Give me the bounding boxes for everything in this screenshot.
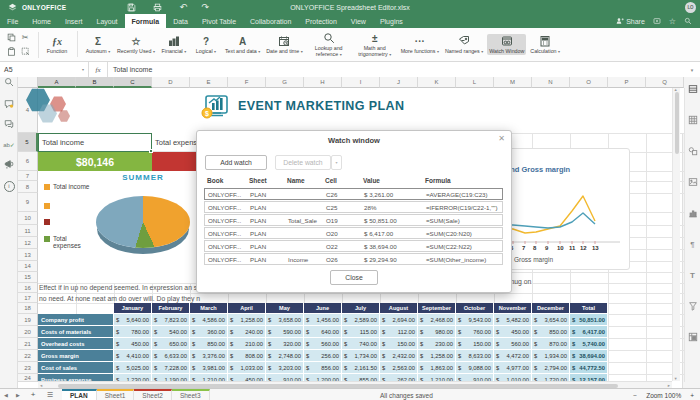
table-cell[interactable]: $360.00: [190, 326, 228, 338]
toolbar-named-ranges-button[interactable]: Named ranges ▾: [443, 34, 485, 56]
toolbar-calculation-button[interactable]: Calculation ▾: [528, 34, 562, 56]
table-cell[interactable]: $650.00: [152, 338, 190, 350]
table-cell[interactable]: $560.00: [304, 338, 342, 350]
zoom-out-button[interactable]: −: [633, 392, 637, 399]
table-cell[interactable]: $5,640.00: [114, 314, 152, 326]
delete-watch-button[interactable]: Delete watch: [275, 155, 331, 170]
table-cell[interactable]: $2,694.00: [380, 314, 418, 326]
toolbar-lookup-and-reference-button[interactable]: Lookup and reference ▾: [307, 31, 351, 59]
table-total-cell[interactable]: $38,694.00: [570, 350, 608, 362]
table-cell[interactable]: $450.00: [114, 338, 152, 350]
column-header-Q[interactable]: Q: [646, 77, 684, 88]
paragraph-settings-icon[interactable]: ¶: [687, 238, 699, 250]
watch-row[interactable]: ONLYOFF...PLANC26$ 3,261.00=AVERAGE(C19:…: [204, 188, 503, 200]
comments-icon[interactable]: [3, 98, 15, 110]
table-cell[interactable]: $640.00: [304, 326, 342, 338]
vscroll-thumb[interactable]: [675, 92, 679, 154]
toolbar-math-and-trigonometry-button[interactable]: ±Math and trigonometry ▾: [353, 31, 397, 59]
table-cell[interactable]: $210.00: [228, 338, 266, 350]
vscroll-down-icon[interactable]: ▾: [675, 377, 677, 382]
search-icon[interactable]: [3, 76, 15, 88]
row-header-23[interactable]: 23: [18, 362, 38, 374]
table-cell[interactable]: $850.00: [532, 326, 570, 338]
copy-button[interactable]: [4, 31, 18, 45]
menu-tab-data[interactable]: Data: [166, 14, 195, 28]
sheet-tab-sheet3[interactable]: Sheet3: [172, 389, 210, 400]
table-cell[interactable]: $4,472.00: [494, 350, 532, 362]
selected-cell-a5[interactable]: Total income: [38, 133, 152, 152]
close-button[interactable]: Close: [330, 270, 378, 285]
table-cell[interactable]: $2,794.00: [532, 362, 570, 374]
delete-watch-dropdown-icon[interactable]: ▾: [331, 155, 342, 170]
table-row-label[interactable]: Cost of sales: [38, 362, 114, 374]
paste-button[interactable]: [4, 45, 18, 59]
select-all-corner[interactable]: [18, 77, 38, 88]
undo-button[interactable]: ↶: [176, 2, 190, 13]
table-cell[interactable]: $4,410.00: [114, 350, 152, 362]
month-header-april[interactable]: April: [228, 303, 266, 314]
row-header-19[interactable]: 19: [18, 314, 38, 326]
row-header-20[interactable]: 20: [18, 326, 38, 338]
menu-tab-plugins[interactable]: Plugins: [373, 14, 410, 28]
menu-tab-protection[interactable]: Protection: [298, 14, 344, 28]
table-cell[interactable]: $1,258.00: [418, 350, 456, 362]
table-cell[interactable]: $150.00: [380, 338, 418, 350]
textart-settings-icon[interactable]: T: [687, 269, 699, 281]
table-cell[interactable]: $3,376.00: [190, 350, 228, 362]
column-header-J[interactable]: J: [380, 77, 418, 88]
shape-settings-icon[interactable]: [687, 145, 699, 157]
total-income-banner[interactable]: $80,146: [38, 152, 152, 171]
sheet-tab-plan[interactable]: PLAN: [62, 389, 97, 400]
watch-row[interactable]: ONLYOFF...PLANTotal_SaleO19$ 50,851.00=S…: [204, 214, 503, 226]
table-cell[interactable]: $3,658.00: [266, 314, 304, 326]
column-header-C[interactable]: C: [114, 77, 152, 88]
table-cell[interactable]: $9,543.00: [456, 314, 494, 326]
about-icon[interactable]: i: [3, 180, 15, 192]
cut-button[interactable]: ✂: [18, 31, 32, 45]
toolbar-text-and-data-button[interactable]: AText and data ▾: [223, 34, 262, 56]
column-header-I[interactable]: I: [342, 77, 380, 88]
user-avatar[interactable]: LO: [685, 2, 696, 13]
table-total-cell[interactable]: $44,772.50: [570, 362, 608, 374]
row-header-5[interactable]: 5: [18, 133, 38, 152]
cell-settings-icon[interactable]: [687, 83, 699, 95]
table-cell[interactable]: $760.00: [456, 326, 494, 338]
formula-bar-collapse-icon[interactable]: ▾: [684, 62, 700, 77]
table-cell[interactable]: $2,432.00: [380, 350, 418, 362]
table-cell[interactable]: $240.00: [228, 326, 266, 338]
open-file-location-icon[interactable]: [653, 17, 661, 25]
chat-icon[interactable]: [3, 118, 15, 130]
search-icon-top[interactable]: [684, 17, 692, 25]
month-header-november[interactable]: November: [494, 303, 532, 314]
pivot-settings-icon[interactable]: [687, 331, 699, 343]
column-header-E[interactable]: E: [190, 77, 228, 88]
row-header-8[interactable]: 8: [18, 181, 38, 193]
sheet-nav-left-icon[interactable]: ◀: [0, 389, 12, 400]
toolbar-logical-button[interactable]: ?Logical ▾: [191, 34, 221, 56]
table-cell[interactable]: $7,823.00: [152, 314, 190, 326]
month-header-february[interactable]: February: [152, 303, 190, 314]
table-cell[interactable]: $740.00: [342, 338, 380, 350]
table-cell[interactable]: $4,977.00: [494, 362, 532, 374]
table-cell[interactable]: $870.00: [532, 338, 570, 350]
row-header-15[interactable]: 15: [18, 272, 38, 283]
month-header-may[interactable]: May: [266, 303, 304, 314]
month-header-october[interactable]: October: [456, 303, 494, 314]
table-cell[interactable]: $9,088.00: [456, 362, 494, 374]
table-row-label[interactable]: Gross margin: [38, 350, 114, 362]
table-cell[interactable]: $150.00: [456, 338, 494, 350]
table-cell[interactable]: $2,589.00: [342, 314, 380, 326]
table-row-label[interactable]: Overhead costs: [38, 338, 114, 350]
column-header-O[interactable]: O: [570, 77, 608, 88]
selection-handle[interactable]: [149, 149, 153, 153]
chart-settings-icon[interactable]: [687, 207, 699, 219]
table-cell[interactable]: $1,734.00: [342, 350, 380, 362]
month-header-july[interactable]: July: [342, 303, 380, 314]
sheet-tab-sheet1[interactable]: Sheet1: [97, 389, 135, 400]
column-header-F[interactable]: F: [228, 77, 266, 88]
column-header-H[interactable]: H: [304, 77, 342, 88]
table-cell[interactable]: $230.00: [418, 338, 456, 350]
table-cell[interactable]: $2,161.50: [342, 362, 380, 374]
table-cell[interactable]: $2,748.00: [266, 350, 304, 362]
toolbar-autosum-button[interactable]: ΣAutosum ▾: [83, 34, 113, 56]
